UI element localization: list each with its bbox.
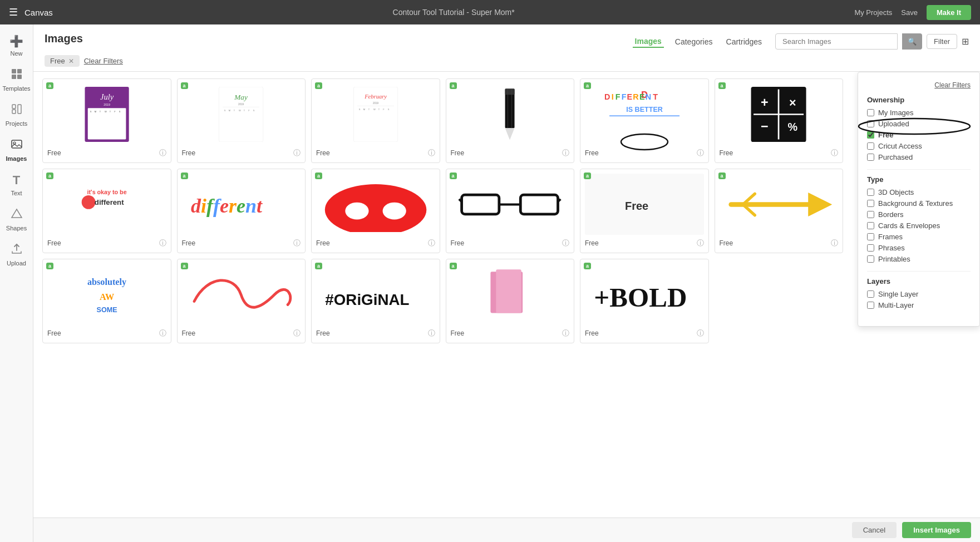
- single-layer-checkbox[interactable]: [867, 290, 874, 298]
- background-textures-checkbox[interactable]: [867, 200, 874, 207]
- card-info-icon[interactable]: ⓘ: [159, 238, 166, 248]
- main-layout: ➕ New Templates Projects Images T Text: [0, 24, 980, 542]
- image-card[interactable]: a absolutely AW SOME Free ⓘ: [42, 259, 171, 343]
- svg-marker-45: [505, 128, 515, 140]
- phrases-checkbox[interactable]: [867, 244, 874, 252]
- filter-free[interactable]: Free: [867, 131, 971, 139]
- save-button[interactable]: Save: [901, 8, 918, 17]
- image-card[interactable]: a Free Free ⓘ: [580, 169, 709, 253]
- image-card[interactable]: a different Free ⓘ: [177, 169, 306, 253]
- filter-cards-envelopes[interactable]: Cards & Envelopes: [867, 221, 971, 230]
- card-info-icon[interactable]: ⓘ: [831, 148, 838, 158]
- my-projects-link[interactable]: My Projects: [854, 8, 892, 17]
- uploaded-checkbox[interactable]: [867, 120, 874, 127]
- image-card[interactable]: a July 2019 S M T W T F: [42, 78, 171, 163]
- sidebar-item-images[interactable]: Images: [2, 134, 32, 166]
- card-info-icon[interactable]: ⓘ: [159, 328, 166, 338]
- filter-panel-clear[interactable]: Clear Filters: [934, 81, 971, 89]
- nav-categories[interactable]: Categories: [673, 36, 715, 47]
- card-info-icon[interactable]: ⓘ: [293, 238, 301, 248]
- sidebar-item-upload[interactable]: Upload: [2, 238, 32, 271]
- filter-printables[interactable]: Printables: [867, 255, 971, 263]
- filter-purchased[interactable]: Purchased: [867, 153, 971, 161]
- filter-button[interactable]: Filter: [927, 34, 957, 49]
- bottom-bar: Cancel Insert Images: [33, 518, 980, 542]
- image-card[interactable]: a Free ⓘ: [311, 169, 440, 253]
- image-card[interactable]: a +BOLD Free ⓘ: [580, 259, 709, 343]
- free-checkbox[interactable]: [867, 131, 874, 139]
- image-card[interactable]: a Free ⓘ: [177, 259, 306, 343]
- multi-layer-checkbox[interactable]: [867, 302, 874, 309]
- svg-rect-7: [12, 140, 22, 148]
- image-card[interactable]: a February 2019 S M T W T F: [311, 78, 440, 163]
- nav-cartridges[interactable]: Cartridges: [724, 36, 765, 47]
- sidebar-item-text[interactable]: T Text: [2, 169, 32, 201]
- cards-envelopes-checkbox[interactable]: [867, 222, 874, 229]
- filter-single-layer[interactable]: Single Layer: [867, 290, 971, 298]
- svg-text:it's okay to be: it's okay to be: [87, 189, 126, 195]
- sidebar-item-templates[interactable]: Templates: [2, 63, 32, 96]
- card-badge: a: [181, 82, 188, 89]
- purchased-checkbox[interactable]: [867, 154, 874, 161]
- card-info-icon[interactable]: ⓘ: [697, 148, 704, 158]
- card-info-icon[interactable]: ⓘ: [697, 328, 704, 338]
- card-info-icon[interactable]: ⓘ: [428, 328, 435, 338]
- card-info-icon[interactable]: ⓘ: [428, 148, 435, 158]
- card-info-icon[interactable]: ⓘ: [562, 328, 569, 338]
- filter-phrases[interactable]: Phrases: [867, 244, 971, 252]
- image-card[interactable]: a #ORiGiNAL Free ⓘ: [311, 259, 440, 343]
- card-info-icon[interactable]: ⓘ: [159, 148, 166, 158]
- filter-borders[interactable]: Borders: [867, 210, 971, 219]
- clear-filters-link[interactable]: Clear Filters: [84, 57, 123, 65]
- card-info-icon[interactable]: ⓘ: [831, 238, 838, 248]
- image-card[interactable]: a Free ⓘ: [446, 259, 575, 343]
- search-input[interactable]: [775, 33, 898, 50]
- card-label: Free: [451, 329, 465, 337]
- filter-uploaded[interactable]: Uploaded: [867, 120, 971, 128]
- my-images-checkbox[interactable]: [867, 109, 874, 116]
- card-info-icon[interactable]: ⓘ: [293, 328, 301, 338]
- card-footer: Free ⓘ: [47, 238, 166, 248]
- image-card[interactable]: a Free ⓘ: [715, 169, 844, 253]
- card-info-icon[interactable]: ⓘ: [293, 148, 301, 158]
- image-card[interactable]: a + × − % Free ⓘ: [715, 78, 844, 163]
- image-card[interactable]: a D D D I F F E R E N: [580, 78, 709, 163]
- filter-frames[interactable]: Frames: [867, 233, 971, 241]
- frames-checkbox[interactable]: [867, 233, 874, 240]
- card-info-icon[interactable]: ⓘ: [562, 148, 569, 158]
- printables-checkbox[interactable]: [867, 255, 874, 263]
- card-badge: a: [46, 82, 53, 89]
- search-button[interactable]: 🔍: [902, 33, 922, 50]
- sidebar-item-new[interactable]: ➕ New: [2, 30, 32, 61]
- makeit-button[interactable]: Make It: [927, 5, 971, 20]
- insert-images-button[interactable]: Insert Images: [902, 522, 971, 538]
- nav-images[interactable]: Images: [633, 36, 664, 48]
- grid-view-button[interactable]: ⊞: [962, 36, 969, 47]
- svg-text:different: different: [191, 194, 263, 216]
- sidebar-item-projects[interactable]: Projects: [2, 98, 32, 131]
- menu-icon[interactable]: ☰: [9, 6, 18, 18]
- sidebar-item-shapes[interactable]: Shapes: [2, 203, 32, 236]
- filter-tag-remove[interactable]: ✕: [68, 57, 74, 65]
- filter-cricut-access[interactable]: Cricut Access: [867, 142, 971, 150]
- filter-layers-section: Layers Single Layer Multi-Layer: [867, 277, 971, 309]
- cancel-button[interactable]: Cancel: [852, 522, 897, 538]
- card-info-icon[interactable]: ⓘ: [428, 238, 435, 248]
- filter-background-textures[interactable]: Background & Textures: [867, 199, 971, 208]
- 3d-objects-checkbox[interactable]: [867, 189, 874, 196]
- image-card[interactable]: a Free ⓘ: [446, 169, 575, 253]
- card-info-icon[interactable]: ⓘ: [697, 238, 704, 248]
- card-badge: a: [584, 263, 591, 269]
- card-info-icon[interactable]: ⓘ: [562, 238, 569, 248]
- topbar-right: My Projects Save Make It: [854, 5, 971, 20]
- filter-3d-objects[interactable]: 3D Objects: [867, 188, 971, 196]
- image-card[interactable]: a Free ⓘ: [446, 78, 575, 163]
- borders-checkbox[interactable]: [867, 211, 874, 218]
- filter-my-images[interactable]: My Images: [867, 109, 971, 117]
- card-label: Free: [585, 329, 599, 337]
- cricut-access-checkbox[interactable]: [867, 142, 874, 150]
- content-area: Images Images Categories Cartridges 🔍 Fi…: [33, 24, 980, 542]
- image-card[interactable]: a it's okay to be different Free ⓘ: [42, 169, 171, 253]
- image-card[interactable]: a May 2019 S M T W T F: [177, 78, 306, 163]
- filter-multi-layer[interactable]: Multi-Layer: [867, 301, 971, 309]
